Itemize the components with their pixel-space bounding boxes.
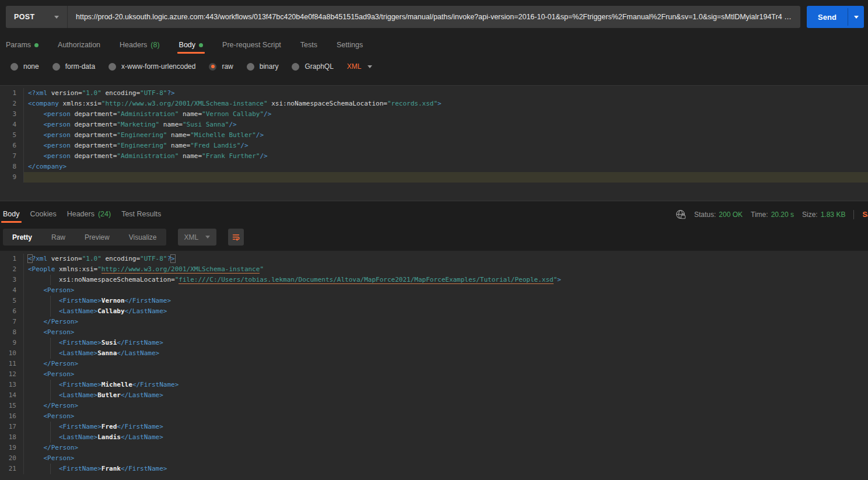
response-tab-test-results[interactable]: Test Results <box>121 205 161 223</box>
indent-guide <box>50 296 51 306</box>
chevron-down-icon <box>854 16 859 19</box>
line-number: 4 <box>0 120 23 130</box>
tab-settings[interactable]: Settings <box>337 36 363 54</box>
send-options-button[interactable] <box>848 6 864 28</box>
body-mode-form-data[interactable]: form-data <box>52 62 95 71</box>
tab-label: Cookies <box>30 210 57 218</box>
code-line: 21 <FirstName>Frank</FirstName> <box>0 464 868 474</box>
tab-body[interactable]: Body <box>179 36 204 54</box>
line-number: 15 <box>0 401 23 411</box>
status-value: 200 OK <box>719 211 743 219</box>
body-mode-none[interactable]: none <box>10 62 39 71</box>
response-tab-headers[interactable]: Headers(24) <box>67 205 111 223</box>
view-mode-pretty[interactable]: Pretty <box>12 233 32 241</box>
time-value: 20.20 s <box>771 211 794 219</box>
request-url-bar: POST https://prod-20.uksouth.logic.azure… <box>6 6 800 28</box>
view-mode-raw[interactable]: Raw <box>51 233 65 241</box>
response-format-select[interactable]: XML <box>178 229 217 246</box>
indent-guide <box>50 380 51 390</box>
tab-pre-request-script[interactable]: Pre-request Script <box>222 36 281 54</box>
body-mode-label: binary <box>260 62 279 71</box>
radio-icon <box>292 63 299 71</box>
size-badge: Size: 1.83 KB <box>802 211 845 219</box>
code-line: 10 <LastName>Sanna</LastName> <box>0 348 868 359</box>
send-button[interactable]: Send <box>807 6 864 28</box>
view-mode-visualize[interactable]: Visualize <box>129 233 157 241</box>
tab-params[interactable]: Params <box>6 36 38 54</box>
tab-label: Pre-request Script <box>222 41 281 49</box>
code-line: 8 <Person> <box>0 327 868 338</box>
response-view-modes: PrettyRawPreviewVisualize <box>3 229 166 246</box>
body-mode-label: none <box>23 62 39 71</box>
line-number: 16 <box>0 411 23 422</box>
code-line: 17 <FirstName>Fred</FirstName> <box>0 422 868 432</box>
tab-label: Body <box>179 41 196 49</box>
tab-label: Test Results <box>121 210 161 218</box>
body-mode-label: x-www-form-urlencoded <box>121 62 195 71</box>
line-number: 6 <box>0 306 23 317</box>
chevron-down-icon <box>205 236 210 239</box>
line-number: 21 <box>0 464 23 474</box>
line-number: 9 <box>0 172 23 183</box>
line-number: 13 <box>0 380 23 390</box>
indent-guide <box>50 306 51 317</box>
code-line: 7 </Person> <box>0 317 868 327</box>
tab-headers[interactable]: Headers(8) <box>120 36 160 54</box>
request-tabs: ParamsAuthorizationHeaders(8)BodyPre-req… <box>6 36 363 54</box>
body-mode-raw[interactable]: raw <box>209 62 233 71</box>
tab-tests[interactable]: Tests <box>300 36 317 54</box>
response-section: BodyCookiesHeaders(24)Test Results Statu… <box>0 202 868 251</box>
code-line: 16 <Person> <box>0 411 868 422</box>
line-number: 11 <box>0 359 23 369</box>
response-tab-cookies[interactable]: Cookies <box>30 205 57 223</box>
radio-icon <box>247 63 254 71</box>
code-line: 3 xsi:noNamespaceSchemaLocation="file://… <box>0 275 868 285</box>
tab-count-badge: (24) <box>98 210 111 218</box>
code-line: 14 <LastName>Butler</LastName> <box>0 390 868 401</box>
code-line: 9 <FirstName>Susi</FirstName> <box>0 338 868 348</box>
line-number: 3 <box>0 109 23 120</box>
code-line: 7 <person department="Administration" na… <box>0 151 868 162</box>
code-line: 8</company> <box>0 162 868 172</box>
body-mode-label: form-data <box>65 62 95 71</box>
body-mode-graphql[interactable]: GraphQL <box>292 62 333 71</box>
code-line: 15 </Person> <box>0 401 868 411</box>
send-button-label: Send <box>807 6 848 28</box>
tab-authorization[interactable]: Authorization <box>58 36 100 54</box>
code-line: 3 <person department="Administration" na… <box>0 109 868 120</box>
tab-count-badge: (8) <box>150 41 159 49</box>
size-value: 1.83 KB <box>821 211 846 219</box>
radio-icon <box>52 63 60 71</box>
response-tabs: BodyCookiesHeaders(24)Test Results <box>3 205 161 223</box>
raw-type-select[interactable]: XML <box>347 62 372 71</box>
view-mode-preview[interactable]: Preview <box>85 233 110 241</box>
line-number: 10 <box>0 348 23 359</box>
green-dot-indicator <box>34 43 38 47</box>
tab-label: Params <box>6 41 31 49</box>
body-mode-x-www-form-urlencoded[interactable]: x-www-form-urlencoded <box>108 62 195 71</box>
code-line: 4 <person department="Marketing" name="S… <box>0 120 868 130</box>
time-badge: Time: 20.20 s <box>751 211 794 219</box>
url-input[interactable]: https://prod-20.uksouth.logic.azure.com:… <box>68 6 800 28</box>
response-tab-body[interactable]: Body <box>3 205 20 223</box>
save-response-button[interactable]: Save Response <box>862 211 868 219</box>
code-line: 1<?xml version="1.0" encoding="UTF-8"?> <box>0 88 868 99</box>
request-body-editor[interactable]: 1<?xml version="1.0" encoding="UTF-8"?>2… <box>0 85 868 201</box>
line-number: 5 <box>0 130 23 141</box>
network-globe-lock-icon <box>676 209 686 220</box>
response-body-viewer[interactable]: 1<?xml version="1.0" encoding="UTF-8"?>2… <box>0 251 868 480</box>
wrap-text-button[interactable] <box>228 229 244 246</box>
line-number: 4 <box>0 285 23 296</box>
line-number: 2 <box>0 264 23 275</box>
line-number: 20 <box>0 453 23 464</box>
chevron-down-icon <box>54 16 59 19</box>
response-meta: Status: 200 OK Time: 20.20 s Size: 1.83 … <box>676 209 868 220</box>
line-number: 1 <box>0 88 23 99</box>
line-number: 12 <box>0 369 23 380</box>
tab-label: Body <box>3 210 20 218</box>
radio-icon <box>108 63 116 71</box>
body-mode-binary[interactable]: binary <box>247 62 279 71</box>
line-number: 5 <box>0 296 23 306</box>
code-line: 6 <LastName>Callaby</LastName> <box>0 306 868 317</box>
method-select[interactable]: POST <box>6 6 68 28</box>
